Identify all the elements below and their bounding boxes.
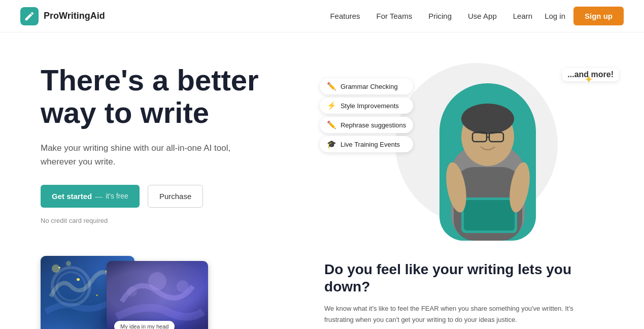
hero-subtitle: Make your writing shine with our all-in-… [41,141,254,169]
logo-text: ProWritingAid [44,11,105,21]
svg-point-11 [52,265,60,273]
nav-item-features[interactable]: Features [330,12,360,21]
hero-buttons: Get started — it's free Purchase [41,185,350,208]
svg-point-3 [461,104,514,134]
section2-artwork: My idea in my head [41,256,294,329]
nav-item-learn[interactable]: Learn [513,12,532,21]
signup-button[interactable]: Sign up [573,7,624,25]
artwork-container: My idea in my head [41,256,213,329]
pill-rephrase: ✏️ Rephrase suggestions [320,117,413,133]
logo-icon [20,7,39,25]
hero-person [432,73,544,241]
svg-point-15 [127,286,137,297]
sparkle-icon: ✦ [584,73,593,86]
nav-item-pricing[interactable]: Pricing [428,12,452,21]
style-icon: ⚡ [327,101,336,110]
section2-title: Do you feel like your writing lets you d… [324,261,603,295]
section2-content: Do you feel like your writing lets you d… [324,256,603,325]
nav-item-use-app[interactable]: Use App [468,12,497,21]
hero-left: There's a better way to write Make your … [41,64,350,224]
get-started-button[interactable]: Get started — it's free [41,185,140,208]
hero-title: There's a better way to write [41,64,350,129]
hero-right: ...and more! ✏️ Grammar Checking ⚡ Style… [350,53,603,236]
section2-text: We know what it's like to feel the FEAR … [324,303,603,325]
pill-training: 🎓 Live Training Events [320,136,413,152]
pill-grammar: ✏️ Grammar Checking [320,78,413,94]
nav-item-for-teams[interactable]: For Teams [377,12,413,21]
navbar: ProWritingAid Features For Teams Pricing… [0,0,644,32]
purchase-button[interactable]: Purchase [148,185,203,208]
feature-pills: ✏️ Grammar Checking ⚡ Style Improvements… [320,78,413,152]
login-button[interactable]: Log in [545,12,565,20]
section2: My idea in my head Do you feel like your… [0,256,644,329]
pill-style: ⚡ Style Improvements [320,97,413,114]
rephrase-icon: ✏️ [327,120,336,129]
training-icon: 🎓 [327,140,336,149]
grammar-icon: ✏️ [327,82,336,91]
svg-point-14 [148,272,166,290]
svg-point-12 [66,261,71,266]
svg-rect-8 [464,200,515,231]
nav-links: Features For Teams Pricing Use App Learn [330,12,532,21]
svg-point-16 [177,280,189,292]
logo-link[interactable]: ProWritingAid [20,7,105,25]
person-svg [441,86,535,241]
hero-section: There's a better way to write Make your … [0,32,644,236]
artwork-card-2 [107,261,208,329]
no-credit-text: No credit card required [41,217,350,224]
idea-tag: My idea in my head [114,321,175,329]
